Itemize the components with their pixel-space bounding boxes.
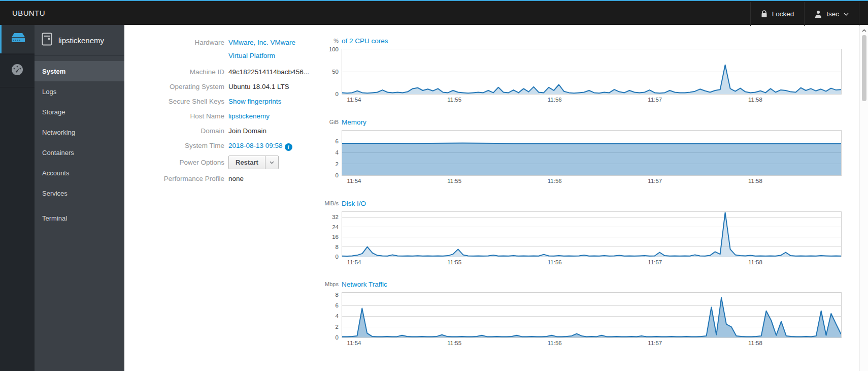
cpu-chart: % of 2 CPU cores 05010011:5411:5511:5611…	[292, 36, 858, 107]
brand-title: UBUNTU	[12, 9, 45, 17]
sidebar-item-accounts[interactable]: Accounts	[35, 163, 124, 183]
sidebar: lipstickenemy System Logs Storage Networ…	[35, 25, 124, 371]
sidebar-item-networking[interactable]: Networking	[35, 122, 124, 142]
restart-dropdown-toggle[interactable]	[265, 156, 278, 169]
os-value: Ubuntu 18.04.1 LTS	[228, 82, 289, 92]
network-unit-label: Mbps	[292, 281, 342, 287]
machine-id-label: Machine ID	[124, 67, 224, 77]
y-tick-label: 24	[292, 224, 339, 231]
disk-io-plot-area[interactable]	[342, 211, 842, 257]
network-plot-area[interactable]	[342, 292, 842, 338]
x-tick-label: 11:54	[343, 97, 365, 103]
top-navbar: UBUNTU Locked tsec	[0, 0, 868, 25]
user-menu[interactable]: tsec	[804, 2, 859, 26]
hostname-label: Host Name	[124, 111, 224, 121]
user-icon	[815, 10, 822, 18]
network-chart-title[interactable]: Network Traffic	[342, 281, 387, 288]
memory-chart: GiB Memory 024611:5411:5511:5611:5711:58	[292, 117, 858, 188]
scrollbar-thumb[interactable]	[862, 35, 866, 101]
dashboard-button[interactable]	[0, 54, 35, 87]
x-tick-label: 11:55	[443, 97, 465, 103]
sidebar-nav: System Logs Storage Networking Container…	[35, 61, 124, 228]
x-tick-label: 11:58	[744, 259, 766, 265]
system-time-value: 2018-08-13 09:58i	[228, 141, 292, 151]
sidebar-item-logs[interactable]: Logs	[35, 81, 124, 102]
y-tick-label: 6	[292, 302, 339, 309]
y-tick-label: 0	[292, 172, 339, 179]
cockpit-screen: UBUNTU Locked tsec	[0, 0, 868, 371]
y-tick-label: 6	[292, 138, 339, 145]
user-name: tsec	[826, 10, 839, 18]
hostname-link[interactable]: lipstickenemy	[228, 111, 270, 121]
x-tick-label: 11:54	[343, 178, 365, 184]
locked-button[interactable]: Locked	[750, 2, 805, 26]
disk-io-unit-label: MiB/s	[292, 200, 342, 206]
x-tick-label: 11:57	[644, 178, 666, 184]
memory-chart-title[interactable]: Memory	[342, 118, 366, 126]
y-tick-label: 4	[292, 149, 339, 156]
y-tick-label: 8	[292, 291, 339, 298]
x-tick-label: 11:57	[644, 97, 666, 103]
network-traffic-chart: Mbps Network Traffic 0246811:5411:5511:5…	[292, 279, 858, 350]
x-tick-label: 11:56	[544, 97, 566, 103]
machine-rail	[0, 25, 35, 371]
chevron-down-icon	[844, 13, 849, 16]
host-icon	[42, 33, 52, 48]
server-icon	[11, 33, 26, 46]
time-info-icon[interactable]: i	[285, 143, 292, 151]
cpu-unit-label: %	[292, 38, 342, 44]
y-tick-label: 8	[292, 243, 339, 251]
lock-icon	[761, 10, 767, 18]
domain-label: Domain	[124, 126, 224, 136]
y-tick-label: 0	[292, 90, 339, 98]
x-tick-label: 11:57	[644, 340, 666, 346]
x-tick-label: 11:54	[343, 340, 365, 346]
y-tick-label: 4	[292, 313, 339, 320]
sidebar-item-services[interactable]: Services	[35, 183, 124, 203]
x-tick-label: 11:55	[443, 178, 465, 184]
y-tick-label: 16	[292, 233, 339, 240]
host-name: lipstickenemy	[58, 36, 104, 45]
y-tick-label: 0	[292, 253, 339, 260]
memory-plot-area[interactable]	[342, 130, 842, 176]
y-tick-label: 0	[292, 334, 339, 341]
disk-io-chart-title[interactable]: Disk I/O	[342, 200, 366, 207]
x-tick-label: 11:58	[744, 178, 766, 184]
x-tick-label: 11:56	[544, 178, 566, 184]
os-label: Operating System	[124, 82, 224, 92]
restart-split-button: Restart	[228, 156, 279, 169]
system-time-link[interactable]: 2018-08-13 09:58	[228, 142, 283, 149]
power-options-label: Power Options	[124, 158, 224, 168]
x-tick-label: 11:58	[744, 340, 766, 346]
system-time-label: System Time	[124, 141, 224, 151]
ssh-keys-label: Secure Shell Keys	[124, 97, 224, 107]
sidebar-item-terminal[interactable]: Terminal	[35, 208, 124, 228]
machine-button[interactable]	[0, 25, 35, 53]
sidebar-item-containers[interactable]: Containers	[35, 142, 124, 163]
show-fingerprints-link[interactable]: Show fingerprints	[228, 97, 281, 107]
hardware-link[interactable]: VMware, Inc. VMwareVirtual Platform	[228, 39, 295, 59]
navbar-right: Locked tsec	[750, 2, 859, 26]
x-tick-label: 11:56	[544, 340, 566, 346]
cpu-chart-title[interactable]: of 2 CPU cores	[342, 37, 388, 45]
locked-label: Locked	[772, 10, 794, 18]
host-header[interactable]: lipstickenemy	[35, 25, 124, 56]
join-domain-value[interactable]: Join Domain	[228, 126, 266, 136]
x-tick-label: 11:56	[544, 259, 566, 265]
dashboard-gauge-icon	[10, 63, 24, 79]
performance-profile-value: none	[228, 174, 244, 184]
sidebar-item-system[interactable]: System	[35, 61, 124, 81]
x-tick-label: 11:55	[443, 340, 465, 346]
restart-button[interactable]: Restart	[229, 156, 265, 169]
cpu-plot-area[interactable]	[342, 49, 842, 95]
y-tick-label: 2	[292, 161, 339, 168]
x-tick-label: 11:55	[443, 259, 465, 265]
x-tick-label: 11:58	[744, 97, 766, 103]
memory-unit-label: GiB	[292, 119, 342, 125]
y-tick-label: 50	[292, 68, 339, 75]
scroll-up-arrow[interactable]	[861, 26, 867, 32]
sidebar-item-storage[interactable]: Storage	[35, 102, 124, 122]
performance-profile-label: Performance Profile	[124, 174, 224, 184]
chevron-down-icon	[270, 161, 274, 164]
y-tick-label: 2	[292, 323, 339, 330]
